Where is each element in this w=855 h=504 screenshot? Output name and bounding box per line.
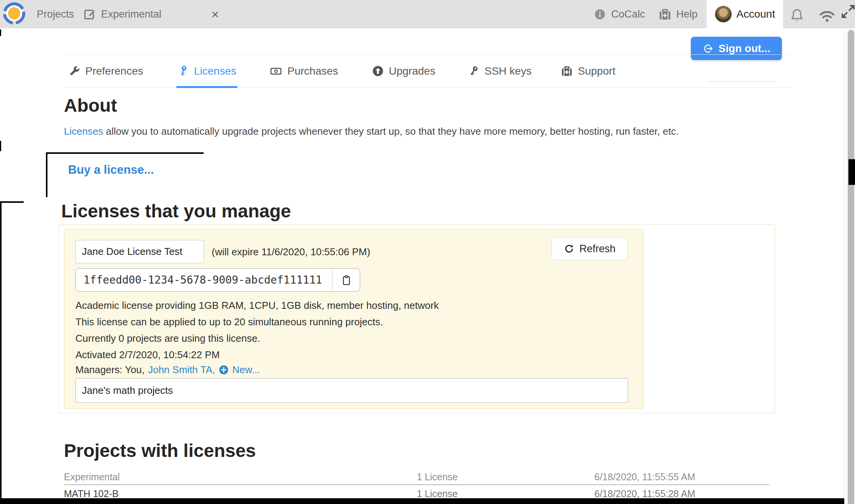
clipboard-icon [341,274,352,286]
render-artifact-line [0,141,1,151]
row-divider [64,484,769,485]
wrench-icon [69,65,80,77]
tab-label: SSH keys [485,65,532,77]
settings-tabs-bar: Preferences Licenses Purchases Upgrades [64,54,791,88]
cocalc-logo[interactable] [3,2,25,24]
about-paragraph-text: allow you to automatically upgrade proje… [103,126,679,137]
add-manager-link[interactable]: New... [232,364,260,376]
license-desc-line: Academic license providing 1GB RAM, 1CPU… [75,300,439,312]
render-artifact-line [0,498,844,504]
account-tab[interactable]: Account [707,0,783,28]
banknote-icon [269,65,282,77]
tab-label: Support [578,65,615,77]
license-id-input[interactable] [75,268,333,292]
licenses-doc-link[interactable]: Licenses [64,126,103,137]
last-used-cell: 6/18/2020, 11:55:55 AM [594,470,695,484]
tab-preferences[interactable]: Preferences [69,55,143,87]
license-count-cell: 1 License [417,470,458,484]
refresh-label: Refresh [579,243,616,255]
key-icon [177,65,189,77]
render-artifact-line [0,203,2,504]
plus-circle-icon[interactable] [219,365,229,375]
sign-out-label: Sign out... [718,42,770,55]
refresh-icon [564,243,574,254]
license-expire-note: (will expire 11/6/2020, 10:55:06 PM) [212,240,370,264]
refresh-button[interactable]: Refresh [552,237,628,260]
license-desc-line: Currently 0 projects are using this lice… [75,333,260,344]
avatar [715,6,732,23]
top-bar: Projects Experimental × CoCalc Help Acco… [0,0,855,28]
scrollbar-thumb[interactable] [848,30,854,504]
projects-heading: Projects with licenses [64,440,256,461]
manager-user-link[interactable]: John Smith TA, [148,364,215,376]
help-label: Help [676,0,698,28]
tab-licenses[interactable]: Licenses [177,55,237,87]
buy-license-box: Buy a license... [46,152,204,197]
edit-icon [83,8,96,21]
about-paragraph: Licenses allow you to automatically upgr… [64,126,679,137]
tab-label: Licenses [194,65,237,77]
close-file-tab-icon[interactable]: × [211,0,219,28]
tab-support[interactable]: Support [561,55,615,87]
license-name-input[interactable] [75,240,204,263]
projects-nav-button[interactable]: Projects [37,0,74,28]
license-managers-line: Managers: You, John Smith TA, New... [75,364,260,376]
bell-icon[interactable] [789,8,805,23]
info-circle-icon [594,8,606,20]
tab-label: Preferences [85,65,143,77]
license-desc-line: This license can be applied to up to 20 … [75,316,383,328]
copy-license-id-button[interactable] [332,268,360,292]
sign-out-icon [702,43,714,54]
render-artifact-line [0,201,24,203]
cocalc-info-button[interactable]: CoCalc [594,0,645,28]
tab-label: Purchases [287,65,338,77]
managers-prefix: Managers: You, [75,364,145,376]
scrollbar-marker [848,159,855,185]
tab-purchases[interactable]: Purchases [269,55,338,87]
open-file-tab[interactable]: Experimental [83,0,162,28]
medkit-icon [561,65,573,77]
tab-ssh-keys[interactable]: SSH keys [468,55,532,87]
table-row[interactable]: Experimental 1 License 6/18/2020, 11:55:… [0,470,855,484]
license-notes-input[interactable] [75,378,628,403]
account-label: Account [736,8,775,20]
fullscreen-expand-icon[interactable] [840,4,855,19]
tab-upgrades[interactable]: Upgrades [372,55,435,87]
arrow-up-circle-icon [372,65,384,77]
help-nav-button[interactable]: Help [658,0,698,28]
manage-heading: Licenses that you manage [61,201,291,222]
buy-license-link[interactable]: Buy a license... [68,163,154,177]
file-tab-label: Experimental [101,0,162,28]
license-desc-line: Activated 2/7/2020, 10:54:22 PM [75,349,220,361]
project-name-cell[interactable]: Experimental [64,470,120,484]
render-artifact-line [0,29,1,36]
cocalc-label: CoCalc [611,0,645,28]
medkit-icon [658,8,672,21]
tab-label: Upgrades [389,65,435,77]
about-heading: About [64,95,117,116]
wifi-connection-icon[interactable] [818,8,836,23]
ssh-key-icon [468,65,480,77]
